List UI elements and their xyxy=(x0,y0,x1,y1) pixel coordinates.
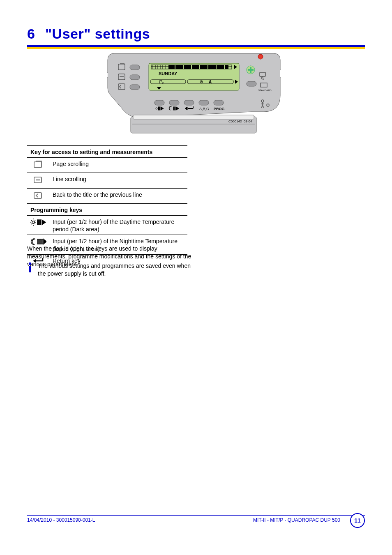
svg-rect-36 xyxy=(154,100,164,105)
footer-left: 14/04/2010 - 300015090-001-L xyxy=(27,517,95,523)
key-table-header-1: Key for access to setting and measuremen… xyxy=(27,146,187,158)
svg-rect-59 xyxy=(34,193,42,198)
svg-rect-69 xyxy=(37,220,39,225)
svg-rect-31 xyxy=(248,69,254,71)
svg-rect-33 xyxy=(247,81,256,86)
svg-text:STANDARD: STANDARD xyxy=(258,89,272,92)
svg-line-68 xyxy=(35,220,36,221)
key-ОН: Line scrolling xyxy=(49,173,187,188)
svg-rect-43 xyxy=(159,107,160,110)
key-desc: Input (per 1/2 hour) of the Daytime Temp… xyxy=(49,215,187,235)
svg-line-65 xyxy=(31,220,32,221)
svg-marker-75 xyxy=(44,239,46,244)
figure-caption: C000142_03-04 xyxy=(228,120,252,123)
svg-line-67 xyxy=(31,223,32,224)
svg-rect-78 xyxy=(29,266,31,272)
info-text: The various settings and programmes are … xyxy=(38,262,191,278)
svg-marker-71 xyxy=(42,220,46,225)
svg-rect-46 xyxy=(175,107,175,110)
footer-rule xyxy=(27,515,365,516)
table-row: Page scrolling xyxy=(27,158,187,173)
back-title-icon xyxy=(27,188,49,203)
chapter-number: 6 xyxy=(27,26,41,42)
page-number: 11 xyxy=(350,513,365,528)
svg-rect-37 xyxy=(169,100,179,105)
day-temp-icon xyxy=(27,215,49,235)
chapter-title-text: "User" settings xyxy=(45,26,150,41)
info-note: The various settings and programmes are … xyxy=(27,262,191,278)
svg-point-25 xyxy=(201,81,202,82)
heading-rule-yellow xyxy=(27,47,365,49)
svg-rect-38 xyxy=(184,100,194,105)
svg-rect-54 xyxy=(133,115,254,119)
svg-point-77 xyxy=(29,263,31,265)
svg-rect-40 xyxy=(214,100,224,105)
svg-point-60 xyxy=(32,221,35,223)
svg-rect-70 xyxy=(39,220,41,225)
svg-rect-42 xyxy=(158,107,159,110)
svg-text:A,B,C: A,B,C xyxy=(199,107,209,111)
svg-rect-74 xyxy=(42,239,43,244)
table-row: Back to the title or the previous line xyxy=(27,188,187,203)
svg-text:A: A xyxy=(209,80,212,84)
svg-rect-45 xyxy=(173,107,174,110)
svg-line-66 xyxy=(35,223,36,224)
key-desc: Page scrolling xyxy=(49,158,187,173)
svg-rect-72 xyxy=(37,239,39,244)
footer-right: MIT-II - MIT/P - QUADROPAC DUP 500 xyxy=(253,517,340,523)
display-day-text: SUNDAY xyxy=(159,71,178,76)
svg-rect-9 xyxy=(168,65,228,69)
svg-rect-39 xyxy=(199,100,209,105)
key-table-header-2: Programming keys xyxy=(27,203,187,215)
svg-point-0 xyxy=(258,54,263,59)
key-desc: Back to the title or the previous line xyxy=(49,188,187,203)
svg-rect-56 xyxy=(34,162,42,168)
line-scroll-icon xyxy=(27,173,49,188)
svg-rect-73 xyxy=(39,239,41,244)
svg-rect-6 xyxy=(130,85,140,90)
device-figure: SUNDAY A xyxy=(107,53,281,135)
table-row: Line scrolling xyxy=(27,173,187,188)
lcd-panel: SUNDAY A xyxy=(149,63,239,90)
page-scroll-icon xyxy=(27,158,49,173)
svg-rect-4 xyxy=(130,75,140,80)
svg-rect-2 xyxy=(130,65,140,70)
page: 6 "User" settings xyxy=(0,0,392,555)
chapter-heading: 6 "User" settings xyxy=(27,26,365,49)
table-row: Input (per 1/2 hour) of the Daytime Temp… xyxy=(27,215,187,235)
svg-text:PROG: PROG xyxy=(214,107,225,111)
chapter-title: 6 "User" settings xyxy=(27,26,365,42)
info-icon xyxy=(27,262,33,273)
page-footer: 14/04/2010 - 300015090-001-L MIT-II - MI… xyxy=(27,515,365,523)
